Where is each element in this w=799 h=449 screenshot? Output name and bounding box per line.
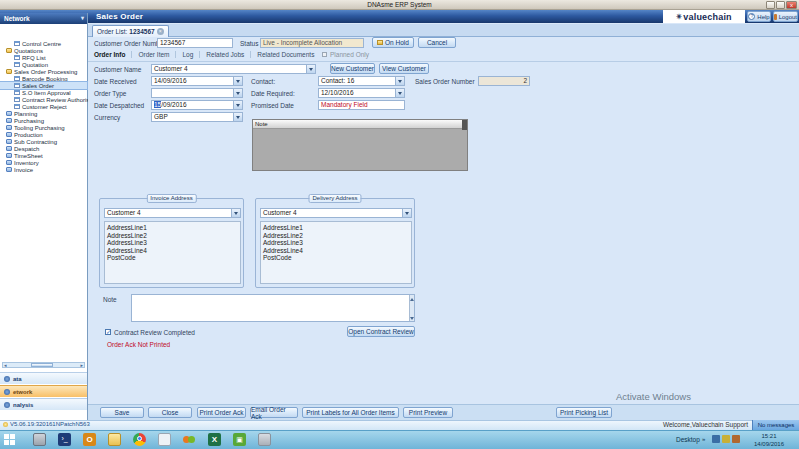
help-button[interactable]: ? Help [747,11,771,22]
nav-panel-data[interactable]: ata [0,372,87,384]
contact-select[interactable]: Contact: 16 [318,76,405,86]
new-customer-button[interactable]: New Customer [330,63,375,74]
sidebar-item-control-centre[interactable]: Control Centre [0,40,87,47]
sidebar-item-sales-order[interactable]: Sales Order [0,82,87,89]
tab-related-documents[interactable]: Related Documents [257,51,320,58]
scroll-up-icon[interactable] [410,296,414,301]
sidebar-item-purchasing[interactable]: Purchasing [0,117,87,124]
tray-flag-icon[interactable] [722,435,730,443]
tab-close-icon[interactable]: × [157,28,164,35]
on-hold-button[interactable]: On Hold [372,37,414,48]
tab-log[interactable]: Log [182,51,200,58]
chevron-down-icon[interactable] [395,89,404,97]
scroll-right-icon[interactable]: ▸ [80,362,83,368]
cancel-button[interactable]: Cancel [418,37,456,48]
customer-name-select[interactable]: Customer 4 [151,64,316,74]
desktop-toolbar-label[interactable]: Desktop [676,436,700,443]
print-labels-button[interactable]: Print Labels for All Order Items [302,407,399,418]
date-despatched-select[interactable]: 15/09/2016 [151,100,243,110]
tray-network-icon[interactable] [712,435,720,443]
delivery-address-list[interactable]: AddressLine1 AddressLine2 AddressLine3 A… [260,221,412,284]
sage-icon[interactable]: ▣ [233,433,246,446]
chevron-down-icon[interactable] [306,65,315,73]
sidebar-item-quotation[interactable]: Quotation [0,61,87,68]
tab-related-jobs[interactable]: Related Jobs [206,51,251,58]
outlook-icon[interactable]: O [83,433,96,446]
app-window-icon[interactable] [158,433,171,446]
scrollbar-thumb[interactable] [462,120,467,130]
invoice-address-select[interactable]: Customer 4 [104,208,241,218]
order-type-select[interactable] [151,88,243,98]
order-list-tab[interactable]: Order List: 1234567 × [92,25,169,37]
sidebar-header[interactable]: Network ▾ [0,13,87,24]
sidebar-item-timesheet[interactable]: TimeSheet [0,152,87,159]
scroll-down-icon[interactable] [410,317,414,322]
delivery-address-select[interactable]: Customer 4 [260,208,412,218]
close-order-button[interactable]: Close [148,407,192,418]
collapse-icon[interactable]: ▾ [81,13,84,24]
nav-panel-analysis[interactable]: nalysis [0,398,87,410]
sidebar-item-invoice[interactable]: Invoice [0,166,87,173]
print-picking-list-button[interactable]: Print Picking List [556,407,612,418]
minimize-button[interactable] [766,1,775,9]
email-order-ack-button[interactable]: Email Order Ack [250,407,298,418]
sidebar-item-rfq-list[interactable]: RFQ List [0,54,87,61]
note-textarea[interactable] [131,294,415,322]
sidebar-item-sales-order-processing[interactable]: Sales Order Processing [0,68,87,75]
note-scrollbar[interactable] [409,295,414,321]
nav-panel-network[interactable]: etwork [0,385,87,397]
chevron-down-icon[interactable] [395,77,404,85]
sidebar-item-planning[interactable]: Planning [0,110,87,117]
tab-order-info[interactable]: Order Info [94,51,132,58]
chevron-down-icon[interactable] [233,101,242,109]
chrome-icon[interactable] [133,433,146,446]
sidebar-item-inventory[interactable]: Inventory [0,159,87,166]
planned-only-checkbox[interactable] [322,52,327,57]
sidebar-horizontal-scrollbar[interactable]: ◂ ▸ [2,362,85,368]
contract-review-checkbox[interactable]: ✓ [105,329,111,335]
taskbar-clock[interactable]: 15:21 14/09/2016 [744,432,794,448]
promised-date-input[interactable]: Mandatory Field [318,100,405,110]
excel-icon[interactable]: X [208,433,221,446]
chevron-down-icon[interactable] [233,113,242,121]
print-order-ack-button[interactable]: Print Order Ack [197,407,246,418]
currency-select[interactable]: GBP [151,112,243,122]
invoice-address-list[interactable]: AddressLine1 AddressLine2 AddressLine3 A… [104,221,241,284]
tab-order-item[interactable]: Order Item [138,51,176,58]
scroll-left-icon[interactable]: ◂ [4,362,7,368]
chevron-down-icon[interactable] [231,209,240,217]
open-contract-review-button[interactable]: Open Contract Review [347,326,415,337]
sidebar-item-quotations[interactable]: Quotations [0,47,87,54]
chevron-icon[interactable]: » [702,436,705,442]
sidebar-item-despatch[interactable]: Despatch [0,145,87,152]
chevron-down-icon[interactable] [233,89,242,97]
print-preview-button[interactable]: Print Preview [403,407,453,418]
sidebar-item-so-item-approval[interactable]: S.O Item Approval [0,89,87,96]
logout-button[interactable]: Logout [773,11,798,22]
sidebar-item-barcode-booking[interactable]: Barcode Booking [0,75,87,82]
sidebar-item-contract-review-authorisation[interactable]: Contract Review Authorisation [0,96,87,103]
chevron-down-icon[interactable] [233,77,242,85]
close-button[interactable]: x [786,1,797,9]
messenger-icon[interactable] [183,433,196,446]
archive-icon[interactable] [258,433,271,446]
messages-badge[interactable]: No messages [752,420,799,430]
customer-order-number-input[interactable]: 1234567 [157,38,233,48]
date-received-select[interactable]: 14/09/2016 [151,76,243,86]
maximize-button[interactable] [776,1,785,9]
powershell-icon[interactable]: ›_ [58,433,71,446]
server-manager-icon[interactable] [33,433,46,446]
tray-volume-icon[interactable] [732,435,740,443]
view-customer-button[interactable]: View Customer [379,63,429,74]
date-required-select[interactable]: 12/10/2016 [318,88,405,98]
order-note-panel[interactable]: Note [252,119,468,171]
scrollbar-thumb[interactable] [31,363,53,367]
sidebar-item-sub-contracting[interactable]: Sub Contracting [0,138,87,145]
file-explorer-icon[interactable] [108,433,121,446]
save-button[interactable]: Save [100,407,144,418]
sidebar-item-tooling-purchasing[interactable]: Tooling Purchasing [0,124,87,131]
start-button-icon[interactable] [4,434,16,445]
sidebar-item-customer-reject[interactable]: Customer Reject [0,103,87,110]
sidebar-item-production[interactable]: Production [0,131,87,138]
chevron-down-icon[interactable] [402,209,411,217]
